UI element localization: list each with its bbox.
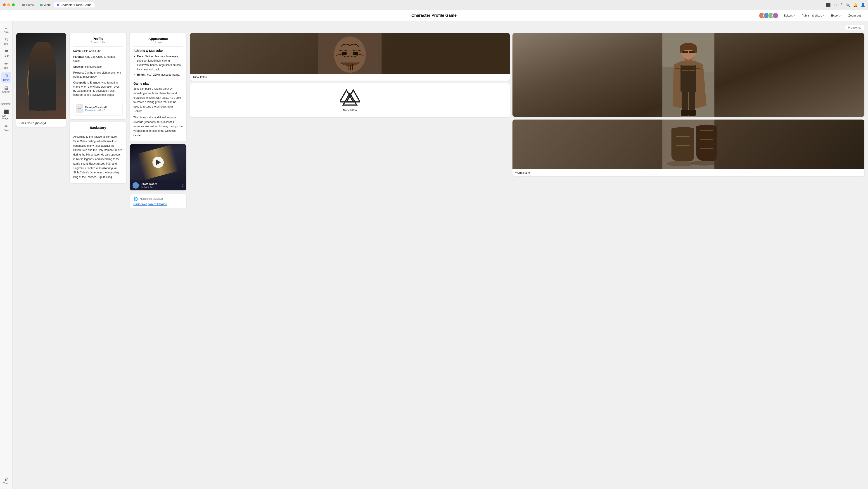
sidebar-board-label: Board [3,79,9,81]
export-chevron: ▾ [840,14,841,17]
svg-rect-3 [33,80,49,82]
tab-work-label: Work [44,3,51,6]
search-button[interactable]: 🔍 [845,3,850,7]
appearance-header: Appearance 1 card [133,37,183,44]
boots-image [513,119,864,169]
backstory-title: Backstory [73,126,123,130]
publish-button[interactable]: Publish & share ▾ [800,13,826,18]
play-button[interactable] [152,157,164,168]
neck-tattoo-label: Neck tattoo [343,109,357,112]
editors-button[interactable]: Editors ▾ [782,13,797,18]
sidebar-link-label: Link [4,43,8,45]
tab-work[interactable]: Work [37,2,54,7]
tab-character[interactable]: Character Profile Game [54,2,95,7]
sidebar-item-column[interactable]: ▤ Column [1,84,11,95]
warrior-svg [513,33,864,117]
bullet-face-label: Face: [137,55,144,58]
svg-rect-9 [42,93,47,111]
images-column: Tribal tattoo [190,33,864,176]
sidebar-item-add-image[interactable]: ⬛ Add image [1,108,11,121]
link-row: 🌐 https://skfb.ly/6SOuB [133,197,183,201]
help-button[interactable]: ? [840,3,842,7]
svg-rect-5 [46,60,56,81]
trash-icon: 🗑 [4,477,8,482]
file-size: 62 KB [98,109,105,112]
svg-rect-0 [34,58,48,94]
link-url: https://skfb.ly/6SOuB [140,197,163,200]
cards-area: Siriis Calea (bounty) Profile 2 cards, 1… [16,33,864,208]
profile-subtitle: 2 cards, 1 file [73,41,123,44]
file-attachment[interactable]: Family-Crest.pdf Download · 62 KB [73,102,123,116]
user-button[interactable]: 👤 [861,3,865,7]
zoom-button[interactable]: Zoom out [846,13,863,18]
tribal-tattoo-label: Tribal tattoo [190,74,510,81]
bullet-height-label: Height: [137,73,146,76]
editors-label: Editors [784,14,793,17]
minimize-button[interactable] [7,3,10,6]
field-label-powers: Powers: [73,71,85,74]
tab-work-icon [40,4,42,6]
sidebar-item-note[interactable]: ≡ Note [1,24,11,35]
gameplay-text-1: Siriis can build a raiding party by recr… [133,87,183,114]
titlebar-controls: ⬛ 21 ? 🔍 🔔 👤 [826,3,865,7]
bell-button[interactable]: 🔔 [853,3,858,7]
svg-point-2 [35,45,47,53]
field-value-name: Siriis Calea Jnr [82,49,101,53]
sidebar-item-todo[interactable]: ☰ To-do [1,48,11,59]
appearance-subtitle: 1 card [133,41,183,44]
tribal-tattoo-card: Tribal tattoo [190,33,510,81]
screen-button[interactable]: ⬛ [826,3,831,7]
svg-point-1 [35,47,47,60]
profile-field-parents: Parents: King Jøs Calea & Mades Calea [73,55,123,63]
top-bar: 0 Unsorted [16,25,864,30]
sidebar-note-label: Note [4,31,9,33]
appearance-card: Appearance 1 card Athletic & Muscular Fa… [130,33,186,142]
sidebar-item-board[interactable]: ⊞ Board [1,72,11,83]
neck-tattoo-card: Neck tattoo [190,83,510,117]
close-button[interactable] [3,3,6,6]
sidebar-draw-label: Draw [4,129,9,132]
pdf-icon [76,104,83,113]
field-label-name: Name: [73,49,82,53]
field-label-parents: Parents: [73,55,85,58]
play-triangle-icon [156,160,161,165]
zoom-label: Zoom out [848,14,861,17]
valknut-svg [340,89,360,107]
sidebar-item-draw[interactable]: ✏ Draw [1,122,11,133]
sidebar-item-trash[interactable]: 🗑 Trash [1,476,11,486]
fullscreen-button[interactable] [12,3,15,6]
publish-chevron: ▾ [823,14,824,17]
tab-character-icon [57,4,59,6]
worn-leather-label: Worn leather [513,169,864,176]
svg-rect-7 [47,62,51,76]
images-row-top: Tribal tattoo [190,33,864,176]
video-title: Pirate Sword [141,182,157,185]
sidebar-todo-label: To-do [3,55,9,57]
sidebar-item-line[interactable]: ✏ Line [1,60,11,71]
editors-avatars [759,12,779,19]
sidebar-item-comment[interactable]: ⋯ Comment [1,96,11,107]
add-image-icon: ⬛ [4,109,9,114]
page-title: Character Profile Game [411,13,457,18]
svg-point-48 [692,161,717,166]
gameplay-text-2: The player gains additional in-game rewa… [133,115,183,138]
gameplay-title: Game play [133,82,183,85]
boots-card: Worn leather [513,119,864,176]
svg-rect-28 [689,51,695,53]
titlebar: Home Work Character Profile Game ⬛ 21 ? … [0,0,868,10]
link-title[interactable]: Siriis Weapon of Choice [133,202,183,206]
share-icon[interactable]: ⤴ [182,183,184,187]
note-icon: ≡ [5,26,7,30]
sidebar-item-link[interactable]: ⚇ Link [1,36,11,47]
valknut-symbol [340,89,360,107]
editors-chevron: ▾ [794,14,795,17]
page-title-bar: Character Profile Game Editors ▾ Publish… [0,10,868,21]
video-thumbnail[interactable] [130,144,186,180]
export-button[interactable]: Export ▾ [829,13,844,18]
tab-home[interactable]: Home [19,2,37,7]
backstory-text: According to the traditional literature,… [73,135,123,179]
sidebar-line-label: Line [4,67,8,69]
character-image-card: Siriis Calea (bounty) [16,33,66,127]
italic-2: Sögubrot af nokkrum fornkonungum [73,167,117,170]
download-link[interactable]: Download [85,109,96,112]
